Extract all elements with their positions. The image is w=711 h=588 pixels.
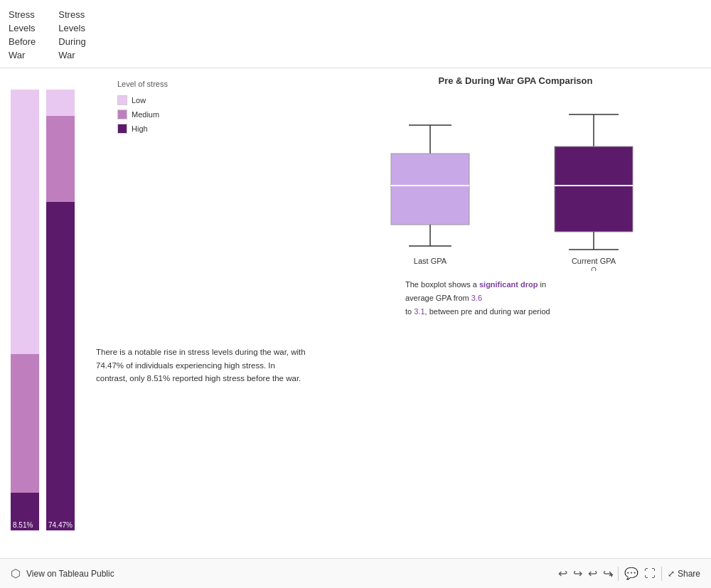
legend-item-low: Low — [117, 95, 203, 105]
svg-text:Current GPA: Current GPA — [572, 257, 616, 265]
high-color-box — [117, 124, 127, 134]
back-button[interactable]: ↩ — [588, 567, 597, 580]
medium-color-box — [117, 109, 127, 119]
toolbar-divider-1 — [618, 567, 619, 581]
tableau-icon: ⬡ — [11, 567, 21, 580]
high-label: High — [132, 124, 148, 133]
comment-button[interactable]: 💬 — [624, 567, 638, 580]
before-low-segment — [11, 90, 39, 354]
legend-item-medium: Medium — [117, 109, 203, 119]
boxplot-description: The boxplot shows a significant drop in … — [405, 278, 576, 318]
before-war-bar: 8.51% — [11, 90, 39, 530]
annotation-text: There is a notable rise in stress levels… — [96, 346, 306, 385]
before-medium-segment — [11, 354, 39, 493]
during-medium-segment — [46, 116, 75, 202]
desc-31: 3.1 — [414, 307, 424, 316]
legend-section: Level of stress Low Medium High — [103, 68, 203, 588]
share-icon: ⤢ — [668, 569, 675, 579]
low-color-box — [117, 95, 127, 105]
medium-label: Medium — [132, 110, 159, 119]
low-label: Low — [132, 96, 146, 105]
desc-part-1: The boxplot shows a — [405, 280, 479, 289]
desc-part-3: to — [405, 307, 414, 316]
boxplot-svg: Last GPA Current GPA — [345, 93, 686, 271]
desc-36: 3.6 — [471, 294, 482, 302]
during-high-segment: 74.47% — [46, 202, 75, 530]
bar-charts-section: 8.51% 74.47% — [0, 68, 103, 566]
svg-point-13 — [592, 267, 596, 271]
before-high-segment: 8.51% — [11, 493, 39, 530]
desc-part-4: , between pre and during war period — [425, 307, 550, 316]
boxplot-title: Pre & During War GPA Comparison — [334, 75, 697, 86]
toolbar: ⬡ View on Tableau Public ↩ ↪ ↩ ↪▾ 💬 ⛶ ⤢ … — [0, 558, 711, 588]
fullscreen-button[interactable]: ⛶ — [644, 567, 656, 580]
undo-button[interactable]: ↩ — [558, 567, 567, 580]
during-high-label: 74.47% — [46, 520, 75, 530]
during-war-title: Stress Levels During War — [58, 9, 85, 62]
boxplot-section: Pre & During War GPA Comparison Last GPA — [334, 75, 697, 318]
share-label: Share — [678, 569, 700, 579]
svg-rect-9 — [555, 146, 633, 232]
before-war-title: Stress Levels Before War — [9, 9, 36, 62]
during-war-bar: 74.47% — [46, 90, 75, 530]
toolbar-divider-2 — [661, 567, 662, 581]
view-on-tableau-label[interactable]: View on Tableau Public — [26, 569, 114, 579]
legend-title: Level of stress — [117, 80, 203, 88]
desc-significant-drop: significant drop — [479, 280, 538, 289]
share-button[interactable]: ⤢ Share — [668, 569, 700, 579]
before-high-label: 8.51% — [11, 520, 35, 530]
svg-rect-2 — [391, 154, 469, 225]
forward-button[interactable]: ↪▾ — [603, 567, 612, 580]
redo-button[interactable]: ↪ — [573, 567, 582, 580]
during-low-segment — [46, 90, 75, 116]
svg-text:Last GPA: Last GPA — [414, 257, 447, 265]
legend-item-high: High — [117, 124, 203, 134]
